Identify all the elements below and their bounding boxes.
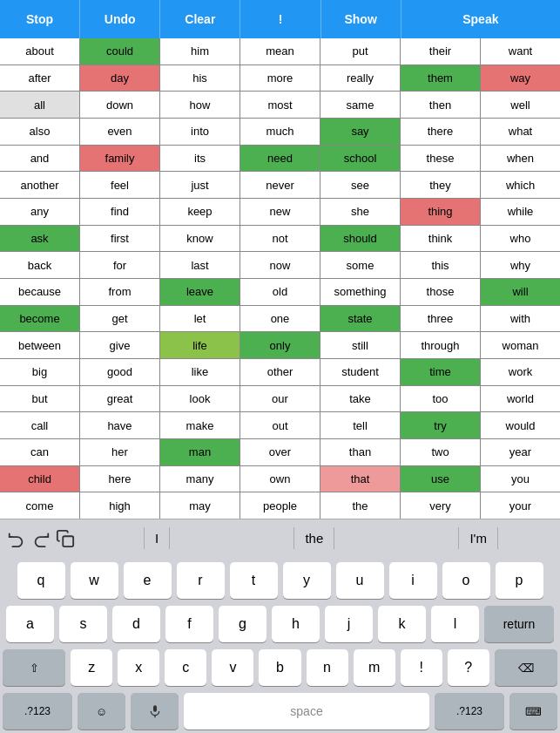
word-cell[interactable]: say <box>320 119 400 146</box>
word-cell[interactable]: only <box>240 332 320 359</box>
word-cell[interactable]: these <box>401 146 480 173</box>
word-cell[interactable]: man <box>160 439 240 466</box>
word-cell[interactable]: all <box>0 92 79 119</box>
word-cell[interactable]: you <box>481 466 560 493</box>
copy-icon[interactable] <box>56 529 75 548</box>
word-cell[interactable]: last <box>160 252 240 279</box>
undo-icon[interactable] <box>7 529 26 548</box>
key-r[interactable]: r <box>177 562 225 599</box>
word-cell[interactable]: out <box>240 412 320 439</box>
word-cell[interactable]: any <box>0 199 79 226</box>
key-f[interactable]: f <box>165 606 213 642</box>
word-cell[interactable]: something <box>320 279 400 306</box>
word-cell[interactable]: her <box>80 439 159 466</box>
word-cell[interactable]: way <box>481 65 560 92</box>
key-v[interactable]: v <box>212 649 253 686</box>
word-cell[interactable]: how <box>160 92 240 119</box>
word-cell[interactable]: many <box>160 466 240 493</box>
word-cell[interactable]: should <box>320 226 400 253</box>
word-cell[interactable]: think <box>401 226 480 253</box>
word-cell[interactable]: make <box>160 412 240 439</box>
word-cell[interactable]: good <box>80 359 159 386</box>
word-cell[interactable]: year <box>481 439 560 466</box>
key-k[interactable]: k <box>378 606 426 642</box>
word-cell[interactable]: your <box>481 492 560 519</box>
word-cell[interactable]: know <box>160 226 240 253</box>
word-cell[interactable]: about <box>0 38 79 65</box>
word-cell[interactable]: take <box>320 386 400 413</box>
word-cell[interactable]: can <box>0 439 79 466</box>
word-cell[interactable]: then <box>401 92 480 119</box>
word-cell[interactable]: more <box>240 65 320 92</box>
word-cell[interactable]: also <box>0 119 79 146</box>
word-cell[interactable]: than <box>320 439 400 466</box>
word-cell[interactable]: the <box>320 492 400 519</box>
word-cell[interactable]: what <box>481 119 560 146</box>
word-cell[interactable]: too <box>401 386 480 413</box>
word-cell[interactable]: need <box>240 146 320 173</box>
word-cell[interactable]: our <box>240 386 320 413</box>
word-cell[interactable]: down <box>80 92 159 119</box>
word-cell[interactable]: time <box>401 359 480 386</box>
key-t[interactable]: t <box>230 562 278 599</box>
word-cell[interactable]: tell <box>320 412 400 439</box>
key-z[interactable]: z <box>71 649 112 686</box>
word-cell[interactable]: there <box>401 119 480 146</box>
word-cell[interactable]: look <box>160 386 240 413</box>
key-x[interactable]: x <box>118 649 159 686</box>
word-cell[interactable]: would <box>481 412 560 439</box>
word-cell[interactable]: they <box>401 172 480 199</box>
word-cell[interactable]: really <box>320 65 400 92</box>
key-a[interactable]: a <box>6 606 54 642</box>
word-cell[interactable]: state <box>320 306 400 333</box>
key-space[interactable]: space <box>184 693 429 730</box>
word-cell[interactable]: for <box>80 252 159 279</box>
word-cell[interactable]: over <box>240 439 320 466</box>
key-h[interactable]: h <box>272 606 320 642</box>
word-cell[interactable]: work <box>481 359 560 386</box>
word-cell[interactable]: its <box>160 146 240 173</box>
word-cell[interactable]: never <box>240 172 320 199</box>
key-e[interactable]: e <box>124 562 172 599</box>
word-cell[interactable]: school <box>320 146 400 173</box>
word-cell[interactable]: even <box>80 119 159 146</box>
word-cell[interactable]: come <box>0 492 79 519</box>
key-q[interactable]: q <box>17 562 65 599</box>
word-cell[interactable]: mean <box>240 38 320 65</box>
word-cell[interactable]: world <box>481 386 560 413</box>
word-cell[interactable]: some <box>320 252 400 279</box>
word-cell[interactable]: that <box>320 466 400 493</box>
pred-word-2[interactable]: the <box>293 527 334 549</box>
word-cell[interactable]: from <box>80 279 159 306</box>
word-cell[interactable]: into <box>160 119 240 146</box>
speak-button[interactable]: Speak <box>401 0 560 38</box>
key-emoji[interactable]: ☺ <box>78 693 125 730</box>
word-cell[interactable]: use <box>401 466 480 493</box>
word-cell[interactable]: could <box>80 38 159 65</box>
word-cell[interactable]: first <box>80 226 159 253</box>
word-cell[interactable]: will <box>481 279 560 306</box>
word-cell[interactable]: like <box>160 359 240 386</box>
word-cell[interactable]: try <box>401 412 480 439</box>
undo-button[interactable]: Undo <box>80 0 160 38</box>
word-cell[interactable]: get <box>80 306 159 333</box>
key-return[interactable]: return <box>484 606 554 642</box>
word-cell[interactable]: here <box>80 466 159 493</box>
redo-icon[interactable] <box>31 529 51 548</box>
word-cell[interactable]: feel <box>80 172 159 199</box>
word-cell[interactable]: just <box>160 172 240 199</box>
word-cell[interactable]: very <box>401 492 480 519</box>
word-cell[interactable]: she <box>320 199 400 226</box>
word-cell[interactable]: much <box>240 119 320 146</box>
word-cell[interactable]: this <box>401 252 480 279</box>
word-cell[interactable]: while <box>481 199 560 226</box>
word-cell[interactable]: thing <box>401 199 480 226</box>
key-n[interactable]: n <box>307 649 348 686</box>
stop-button[interactable]: Stop <box>0 0 80 38</box>
key-l[interactable]: l <box>431 606 479 642</box>
key-j[interactable]: j <box>325 606 373 642</box>
word-cell[interactable]: their <box>401 38 480 65</box>
word-cell[interactable]: give <box>80 332 159 359</box>
word-cell[interactable]: him <box>160 38 240 65</box>
word-cell[interactable]: those <box>401 279 480 306</box>
